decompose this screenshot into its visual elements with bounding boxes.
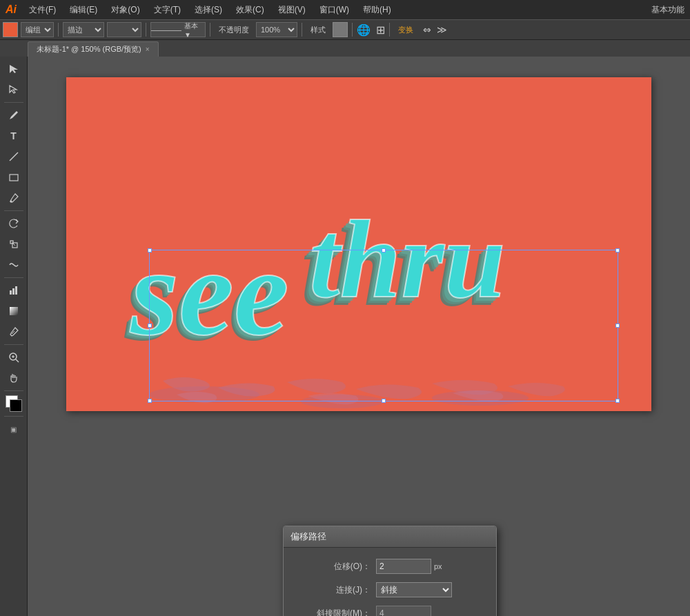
stroke-select[interactable]: 描边 [63,22,104,37]
globe-icon[interactable]: 🌐 [357,23,371,37]
gradient-tool[interactable] [4,301,23,321]
miter-label: 斜接限制(M)： [295,608,371,617]
tool-sep-1 [4,102,23,103]
miter-row: 斜接限制(M)： [295,606,485,616]
menu-file[interactable]: 文件(F) [25,3,60,17]
toolbar-separator-6 [389,23,390,37]
tool-sep-6 [4,416,23,417]
join-select[interactable]: 斜接 圆角 斜切 [376,582,452,597]
tab-title: 未标题-1* @ 150% (RGB/预览) [37,44,141,54]
canvas-area: see see see see thru thru thru thru see … [28,57,690,616]
menu-help[interactable]: 帮助(H) [359,3,395,17]
offset-row: 位移(O)： px [295,559,485,574]
type-tool[interactable]: T [4,126,23,146]
svg-rect-9 [10,307,18,315]
svg-line-12 [16,359,19,362]
toolbar-separator-1 [58,23,59,37]
stroke-line[interactable]: ————基本 ▼ [150,22,206,37]
toolbar-separator-3 [210,23,210,37]
ai-logo: Ai [6,3,17,16]
offset-input[interactable] [376,559,431,574]
tool-sep-2 [4,210,23,211]
svg-line-5 [13,244,15,246]
tool-sep-3 [4,277,23,278]
menu-view[interactable]: 视图(V) [274,3,310,17]
offset-label: 位移(O)： [295,561,371,573]
zoom-tool[interactable] [4,348,23,367]
join-row: 连接(J)： 斜接 圆角 斜切 [295,582,485,597]
tab-bar: 未标题-1* @ 150% (RGB/预览) × [0,40,690,57]
menu-select[interactable]: 选择(S) [190,3,226,17]
offset-path-dialog: 偏移路径 位移(O)： px 连接(J)： 斜接 圆角 斜切 [283,526,497,616]
svg-rect-8 [15,286,17,295]
tool-sep-4 [4,344,23,345]
dialog-body: 位移(O)： px 连接(J)： 斜接 圆角 斜切 斜接限制(M)： [284,548,496,616]
fill-stroke-box[interactable] [4,394,23,413]
opacity-label: 不透明度 [215,23,253,37]
opacity-select[interactable]: 100% [256,22,297,37]
svg-text:see: see [130,223,289,361]
transform-label[interactable]: 变换 [394,23,417,37]
graph-tool[interactable] [4,281,23,300]
more-icon[interactable]: ≫ [437,24,447,35]
svg-rect-1 [10,175,18,181]
svg-line-0 [10,152,18,161]
tool-sep-5 [4,390,23,391]
scale-tool[interactable] [4,235,23,254]
style-label: 样式 [306,23,330,37]
pen-tool[interactable] [4,106,23,125]
rect-tool[interactable] [4,168,23,187]
menu-window[interactable]: 窗口(W) [315,3,353,17]
svg-point-2 [10,201,12,203]
screen-mode[interactable]: ▣ [4,419,23,439]
join-label: 连接(J)： [295,584,371,596]
style-color[interactable] [333,22,348,37]
toolbar: 编组 描边 ————基本 ▼ 不透明度 100% 样式 🌐 ⊞ 变换 ⇔ ≫ [0,19,690,40]
svg-text:thru: thru [309,198,506,321]
tab-close-btn[interactable]: × [146,46,150,53]
artwork-svg: see see see see thru thru thru thru see … [66,77,651,411]
stroke-style-select[interactable] [107,22,141,37]
main-area: T [0,57,690,616]
menu-effect[interactable]: 效果(C) [232,3,268,17]
eyedropper-tool[interactable] [4,322,23,341]
arrange-icon[interactable]: ⊞ [376,23,385,37]
menu-object[interactable]: 对象(O) [107,3,144,17]
workspace-label: 基本功能 [651,4,684,16]
mode-select[interactable]: 编组 [21,22,54,37]
miter-input[interactable] [376,606,431,616]
toolbar-separator-5 [352,23,353,37]
line-tool[interactable] [4,147,23,166]
background-color[interactable] [10,399,22,412]
svg-rect-7 [12,288,14,295]
flip-icon[interactable]: ⇔ [423,24,431,35]
dialog-title[interactable]: 偏移路径 [284,526,496,548]
artboard: see see see see thru thru thru thru see … [66,77,651,411]
document-tab[interactable]: 未标题-1* @ 150% (RGB/预览) × [28,41,159,57]
hand-tool[interactable] [4,368,23,388]
warp-tool[interactable] [4,255,23,275]
selection-tool[interactable] [4,59,23,79]
svg-rect-6 [10,290,12,295]
toolbar-separator-4 [302,23,302,37]
menu-text[interactable]: 文字(T) [150,3,185,17]
fill-color[interactable] [3,22,18,37]
paintbrush-tool[interactable] [4,188,23,208]
offset-unit: px [434,562,442,570]
menu-edit[interactable]: 编辑(E) [66,3,101,17]
toolbar-separator-2 [146,23,146,37]
rotate-tool[interactable] [4,214,23,233]
title-bar: Ai 文件(F) 编辑(E) 对象(O) 文字(T) 选择(S) 效果(C) 视… [0,0,690,19]
direct-selection-tool[interactable] [4,80,23,99]
left-toolbar: T [0,57,28,616]
